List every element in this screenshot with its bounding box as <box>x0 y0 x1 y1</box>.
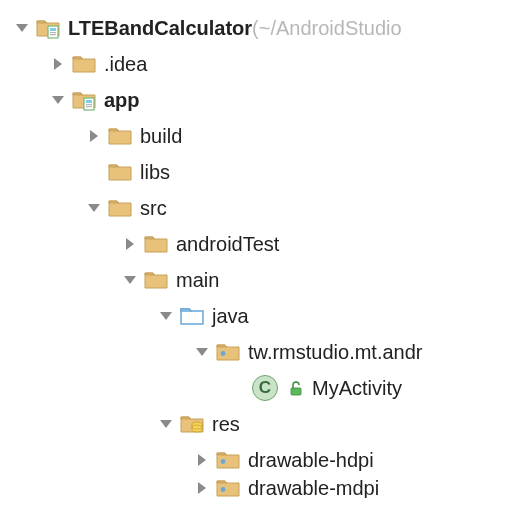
folder-icon <box>108 196 132 220</box>
package-folder-icon <box>216 340 240 364</box>
folder-label: src <box>140 197 167 220</box>
folder-label: res <box>212 413 240 436</box>
package-label: tw.rmstudio.mt.andr <box>248 341 423 364</box>
expand-arrow-icon[interactable] <box>86 200 102 216</box>
project-path-hint: (~/AndroidStudio <box>252 17 402 40</box>
tree-row-res[interactable]: res <box>0 406 512 442</box>
project-name: LTEBandCalculator <box>68 17 252 40</box>
folder-label: androidTest <box>176 233 279 256</box>
expand-arrow-icon[interactable] <box>194 480 210 496</box>
expand-arrow-icon[interactable] <box>194 452 210 468</box>
folder-label: libs <box>140 161 170 184</box>
expand-arrow-icon[interactable] <box>50 56 66 72</box>
expand-arrow-icon[interactable] <box>158 416 174 432</box>
tree-row-app[interactable]: app <box>0 82 512 118</box>
tree-row-class[interactable]: C MyActivity <box>0 370 512 406</box>
tree-row-java[interactable]: java <box>0 298 512 334</box>
folder-label: .idea <box>104 53 147 76</box>
tree-row-idea[interactable]: .idea <box>0 46 512 82</box>
module-folder-icon <box>72 88 96 112</box>
tree-row-main[interactable]: main <box>0 262 512 298</box>
folder-label: build <box>140 125 182 148</box>
folder-label: drawable-hdpi <box>248 449 374 472</box>
module-label: app <box>104 89 140 112</box>
resources-folder-icon <box>180 412 204 436</box>
tree-row-drawable-mdpi[interactable]: drawable-mdpi <box>0 478 512 498</box>
source-folder-icon <box>180 304 204 328</box>
module-folder-icon <box>36 16 60 40</box>
unlocked-icon <box>288 380 304 396</box>
folder-label: drawable-mdpi <box>248 478 379 498</box>
expand-arrow-icon[interactable] <box>50 92 66 108</box>
folder-icon <box>108 124 132 148</box>
folder-icon <box>144 268 168 292</box>
expand-arrow-icon[interactable] <box>122 236 138 252</box>
folder-icon <box>108 160 132 184</box>
folder-label: main <box>176 269 219 292</box>
folder-icon <box>144 232 168 256</box>
class-icon: C <box>252 375 278 401</box>
expand-arrow-icon[interactable] <box>158 308 174 324</box>
folder-label: java <box>212 305 249 328</box>
expand-arrow-icon[interactable] <box>194 344 210 360</box>
package-folder-icon <box>216 448 240 472</box>
tree-row-libs[interactable]: libs <box>0 154 512 190</box>
tree-row-androidtest[interactable]: androidTest <box>0 226 512 262</box>
folder-icon <box>72 52 96 76</box>
tree-row-src[interactable]: src <box>0 190 512 226</box>
expand-arrow-icon[interactable] <box>86 128 102 144</box>
expand-arrow-icon[interactable] <box>14 20 30 36</box>
tree-row-build[interactable]: build <box>0 118 512 154</box>
tree-row-project-root[interactable]: LTEBandCalculator (~/AndroidStudio <box>0 10 512 46</box>
package-folder-icon <box>216 478 240 498</box>
tree-row-package[interactable]: tw.rmstudio.mt.andr <box>0 334 512 370</box>
expand-arrow-icon[interactable] <box>122 272 138 288</box>
class-label: MyActivity <box>312 377 402 400</box>
tree-row-drawable-hdpi[interactable]: drawable-hdpi <box>0 442 512 478</box>
